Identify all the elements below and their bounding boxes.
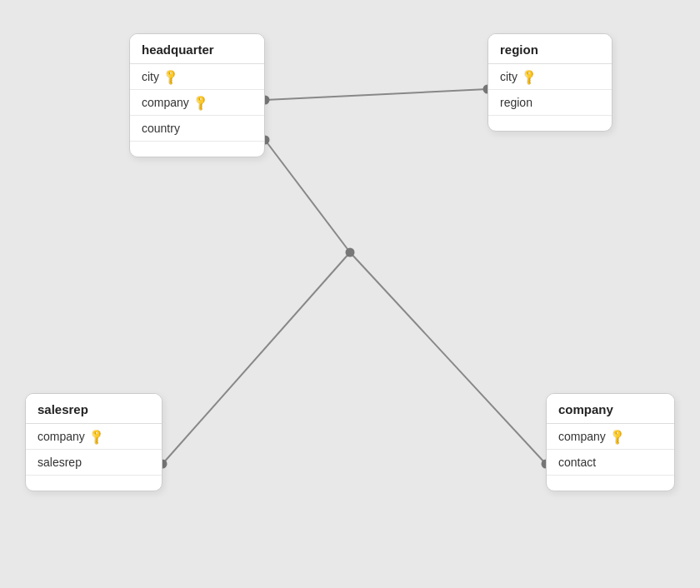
table-company-title: company — [547, 394, 674, 424]
table-headquarter-row-city: city 🔑 — [130, 64, 264, 90]
table-headquarter-row-empty — [130, 142, 264, 157]
table-headquarter[interactable]: headquarter city 🔑 company 🔑 country — [129, 33, 265, 157]
table-region-title: region — [488, 34, 612, 64]
table-salesrep-row-empty — [26, 476, 162, 491]
dot-mid — [346, 248, 355, 257]
table-salesrep-row-salesrep: salesrep — [26, 450, 162, 476]
svg-line-3 — [350, 252, 546, 464]
table-headquarter-title: headquarter — [130, 34, 264, 64]
company-company-key-icon: 🔑 — [608, 427, 626, 446]
salesrep-company-key-icon: 🔑 — [87, 427, 105, 446]
region-city-field-label: city — [500, 70, 518, 83]
svg-line-1 — [265, 140, 350, 252]
table-salesrep[interactable]: salesrep company 🔑 salesrep — [25, 393, 162, 491]
table-region[interactable]: region city 🔑 region — [488, 33, 612, 132]
table-salesrep-title: salesrep — [26, 394, 162, 424]
table-region-row-city: city 🔑 — [488, 64, 612, 90]
region-city-key-icon: 🔑 — [519, 67, 538, 86]
salesrep-company-field-label: company — [38, 430, 85, 443]
region-field-label: region — [500, 96, 532, 109]
country-field-label: country — [142, 122, 180, 135]
svg-line-0 — [265, 89, 488, 100]
diagram-canvas: headquarter city 🔑 company 🔑 country reg… — [0, 0, 700, 588]
table-headquarter-row-country: country — [130, 116, 264, 142]
table-headquarter-row-company: company 🔑 — [130, 90, 264, 116]
table-company[interactable]: company company 🔑 contact — [546, 393, 675, 491]
company-key-icon: 🔑 — [191, 93, 209, 112]
svg-line-2 — [162, 252, 350, 464]
table-region-row-region: region — [488, 90, 612, 116]
table-company-row-empty — [547, 476, 674, 491]
contact-field-label: contact — [558, 456, 596, 469]
company-company-field-label: company — [558, 430, 606, 443]
table-company-row-contact: contact — [547, 450, 674, 476]
salesrep-field-label: salesrep — [38, 456, 82, 469]
table-region-row-empty — [488, 116, 612, 131]
city-key-icon: 🔑 — [161, 67, 179, 86]
company-field-label: company — [142, 96, 189, 109]
table-salesrep-row-company: company 🔑 — [26, 424, 162, 450]
city-field-label: city — [142, 70, 159, 83]
table-company-row-company: company 🔑 — [547, 424, 674, 450]
